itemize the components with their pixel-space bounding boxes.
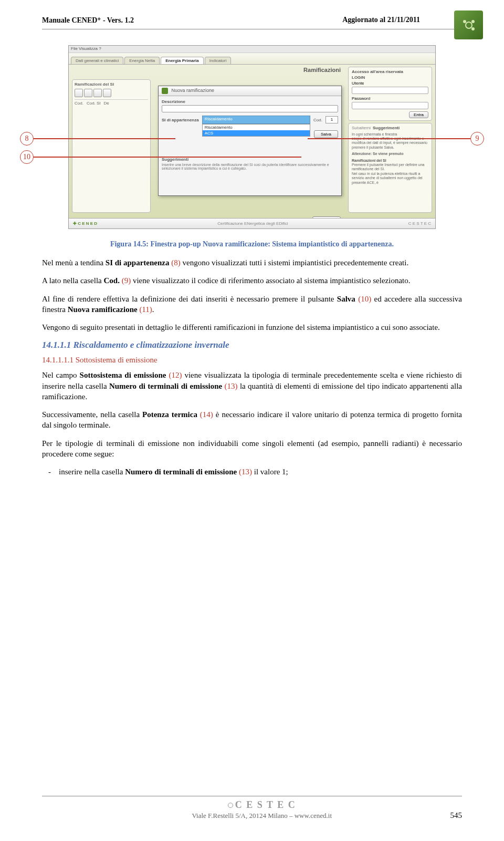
cestec-logo: C E S T E C (74, 800, 450, 811)
callout-10-line (34, 157, 301, 158)
login-user-input[interactable] (352, 87, 428, 94)
option-riscaldamento[interactable]: Riscaldamento (203, 124, 310, 130)
callout-10: 10 (20, 150, 301, 164)
left-columns: Cod. Cod. SI De (75, 99, 148, 106)
footer-divider (42, 796, 462, 796)
login-box: Accesso all'area riservata LOGIN Utente … (348, 67, 432, 121)
login-label: LOGIN (352, 75, 428, 80)
cened-logo-icon (454, 11, 483, 39)
subheading-sottosistema: 14.1.1.1.1 Sottosistema di emissione (42, 356, 462, 365)
login-pass-label: Password (352, 96, 428, 101)
select-dropdown: Riscaldamento ACS (202, 124, 310, 137)
tool-edit-icon[interactable] (84, 89, 92, 97)
left-panel-title: Ramificazioni del SI (75, 82, 148, 87)
dialog-title: Nuova ramificazione (159, 86, 341, 96)
paragraph-1: Nel menù a tendina SI di appartenenza (8… (42, 257, 462, 268)
callout-9-circle: 9 (470, 132, 484, 146)
figure-caption: Figura 14.5: Finestra pop-up Nuova ramif… (42, 240, 462, 249)
login-pass-input[interactable] (352, 102, 428, 109)
label-cod: Cod. (313, 118, 322, 122)
info-tabs: Subalterni Suggerimenti (352, 126, 428, 131)
footer-address: Viale F.Restelli 5/A, 20124 Milano – www… (74, 812, 450, 820)
login-user-label: Utente (352, 81, 428, 86)
paragraph-4: Vengono di seguito presentati in dettagl… (42, 322, 462, 333)
tab-energia-netta[interactable]: Energia Netta (124, 57, 160, 64)
paragraph-3: Al fine di rendere effettiva la definizi… (42, 294, 462, 315)
label-si-appartenenza: SI di appartenenza (162, 118, 199, 122)
label-descrizione: Descrizione (162, 99, 338, 104)
login-button[interactable]: Entra (409, 111, 428, 118)
option-acs[interactable]: ACS (203, 130, 310, 136)
tab-dati-generali[interactable]: Dati generali e climatici (71, 57, 123, 64)
select-current-value: Riscaldamento (202, 116, 310, 124)
tool-copy-icon[interactable] (103, 89, 111, 97)
paragraph-5: Nel campo Sottosistema di emissione (12)… (42, 370, 462, 402)
info-line-5: Ramificazioni del SI (352, 159, 428, 163)
paragraph-7: Per le tipologie di terminali di emissio… (42, 438, 462, 460)
app-body: Ramificazioni Ramificazioni del SI Cod. … (69, 65, 435, 229)
cestec-dot-icon (228, 803, 233, 808)
main-tabs: Dati generali e climatici Energia Netta … (69, 53, 435, 65)
figure-wrapper: File Visualizza ? Dati generali e climat… (42, 45, 462, 229)
info-line-6: Premere il pulsante Inserisci per defini… (352, 163, 428, 172)
svg-point-0 (466, 22, 472, 28)
svg-point-3 (471, 27, 475, 30)
bullet-1: inserire nella casella Numero di termina… (59, 466, 462, 477)
input-descrizione[interactable] (162, 105, 338, 112)
dialog-suggerimenti-text: Inserire una breve descrizione della ram… (162, 163, 338, 170)
tool-delete-icon[interactable] (93, 89, 102, 97)
left-toolbar (75, 89, 148, 97)
col-cod: Cod. (75, 101, 83, 106)
left-panel: Ramificazioni del SI Cod. Cod. SI De (72, 79, 151, 213)
footer-cened-brand: ✚ C E N E D (73, 221, 97, 226)
callout-8: 8 (20, 132, 175, 146)
paragraph-6: Successivamente, nella casella Potenza t… (42, 409, 462, 431)
tool-add-icon[interactable] (75, 89, 83, 97)
bullet-list: inserire nella casella Numero di termina… (42, 466, 462, 477)
svg-point-2 (463, 20, 466, 23)
header-left-text: Manuale CENED⁺ - Vers. 1.2 (42, 16, 134, 25)
select-si-appartenenza[interactable]: Riscaldamento Riscaldamento ACS (202, 116, 310, 124)
header-right-text: Aggiornato al 21/11/2011 (342, 16, 420, 24)
page-number: 545 (450, 811, 463, 820)
callout-8-circle: 8 (20, 132, 34, 146)
login-title: Accesso all'area riservata (352, 69, 428, 74)
page-footer: C E S T E C Viale F.Restelli 5/A, 20124 … (42, 796, 462, 820)
info-line-3: Attenzione: Se viene premuto (352, 152, 428, 156)
heading-riscaldamento: 14.1.1.1 Riscaldamento e climatizzazione… (42, 340, 462, 350)
svg-point-1 (471, 20, 475, 23)
header-divider (42, 29, 462, 29)
tab-suggerimenti[interactable]: Suggerimenti (373, 126, 400, 131)
app-footer: ✚ C E N E D Certificazione ENergetica de… (69, 218, 435, 229)
footer-cestec-brand: C E S T E C (408, 221, 431, 226)
paragraph-2: A lato nella casella Cod. (9) viene visu… (42, 275, 462, 286)
footer-center: C E S T E C Viale F.Restelli 5/A, 20124 … (74, 800, 450, 820)
tab-indicatori[interactable]: Indicatori (205, 57, 231, 64)
col-cod-si: Cod. SI (87, 101, 101, 106)
page-header: Manuale CENED⁺ - Vers. 1.2 Aggiornato al… (42, 16, 462, 25)
menu-bar: File Visualizza ? (69, 46, 435, 53)
tab-subalterni[interactable]: Subalterni (352, 126, 371, 131)
input-cod[interactable]: 1 (326, 116, 338, 123)
callout-10-circle: 10 (20, 150, 34, 164)
col-de: De (104, 101, 109, 106)
footer-center-text: Certificazione ENergetica degli EDifici (217, 221, 288, 226)
callout-9-line (308, 138, 470, 139)
callout-8-line (34, 138, 175, 139)
callout-9: 9 (308, 132, 484, 146)
info-line-7: Nel caso in cui la potenza elettrica ris… (352, 172, 428, 185)
tab-energia-primaria[interactable]: Energia Primaria (161, 57, 204, 64)
content-title: Ramificazioni (303, 67, 341, 73)
